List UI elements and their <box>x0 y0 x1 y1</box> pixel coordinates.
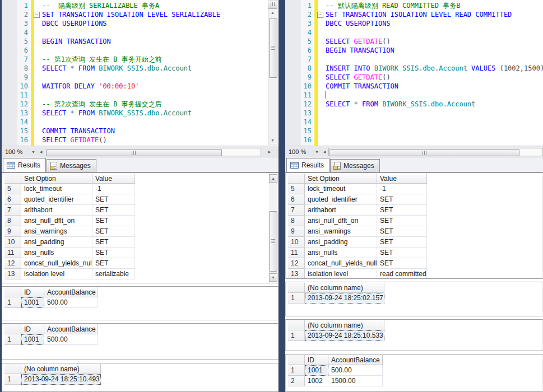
code-line[interactable]: 4 <box>285 28 543 37</box>
grid-corner-cell[interactable] <box>4 324 21 334</box>
code-line[interactable]: 8INSERT INTO BIWORK_SSIS.dbo.Account VAL… <box>285 64 543 73</box>
scroll-up-icon[interactable]: ▲ <box>268 9 277 16</box>
sql-editor-right[interactable]: 1-- 默认隔离级别 READ COMMITTED 事务B2−SET TRANS… <box>285 0 543 146</box>
fold-collapse-icon[interactable]: − <box>34 12 40 18</box>
grid-corner-cell[interactable] <box>4 287 21 297</box>
pane-splitter[interactable] <box>279 0 285 392</box>
grid-cell[interactable]: ansi_padding <box>21 237 92 248</box>
code-line[interactable]: 2−SET TRANSACTION ISOLATION LEVEL SERIAL… <box>2 10 279 19</box>
grid-cell[interactable]: 2013-09-24 18:25:10.533 <box>305 330 384 341</box>
grid-cell[interactable]: quoted_identifier <box>305 194 377 205</box>
column-header[interactable]: AccountBalance <box>328 355 383 365</box>
row-header-cell[interactable]: 1 <box>288 293 305 304</box>
grid-cell[interactable]: -1 <box>377 184 427 194</box>
code-line[interactable]: 12-- 第2次查询 发生在 B 事务提交之后 <box>2 100 279 109</box>
grid-cell[interactable]: read committed <box>377 269 427 279</box>
editor-vertical-scrollbar[interactable]: ▲ ▼ <box>268 0 277 144</box>
scroll-left-icon[interactable]: ◄ <box>39 150 43 155</box>
grid-cell[interactable]: SET <box>377 194 427 205</box>
zoom-dropdown[interactable]: 100 % ▼ <box>287 147 320 157</box>
column-header[interactable]: ID <box>305 355 328 365</box>
code-line[interactable]: 2−SET TRANSACTION ISOLATION LEVEL READ C… <box>285 10 543 19</box>
row-header-cell[interactable]: 12 <box>288 258 305 269</box>
tab-messages[interactable]: Messages <box>47 159 96 172</box>
grid-cell[interactable]: SET <box>92 248 135 258</box>
grid-cell[interactable]: concat_null_yields_null <box>21 258 92 269</box>
horizontal-scroll-thumb[interactable] <box>46 149 222 156</box>
grid-cell[interactable]: SET <box>377 216 427 226</box>
grid-cell[interactable]: ansi_warnings <box>21 226 92 237</box>
grid-cell[interactable]: 1002 <box>305 376 328 386</box>
scroll-up-icon[interactable]: ▲ <box>269 174 277 183</box>
column-header[interactable]: AccountBalance <box>44 287 98 297</box>
column-header[interactable]: ID <box>21 287 44 297</box>
grid-cell[interactable]: serializable <box>92 269 135 279</box>
code-line[interactable]: 5BEGIN TRANSACTION <box>2 37 279 46</box>
vertical-scroll-thumb[interactable] <box>269 211 277 272</box>
code-line[interactable]: 7-- 第1次查询 发生在 B 事务开始之前 <box>2 55 279 64</box>
grid-cell[interactable]: concat_null_yields_null <box>305 258 377 269</box>
grid-corner-cell[interactable] <box>4 174 21 184</box>
grid-cell[interactable]: quoted_identifier <box>21 194 92 205</box>
grid-cell[interactable]: SET <box>377 237 427 248</box>
row-header-cell[interactable]: 9 <box>4 226 21 237</box>
code-line[interactable]: 8SELECT * FROM BIWORK_SSIS.dbo.Account <box>2 64 279 73</box>
grid-cell[interactable]: arithabort <box>21 205 92 216</box>
column-header[interactable]: ID <box>21 324 44 334</box>
code-line[interactable]: 16 <box>285 136 543 144</box>
split-window-handle[interactable] <box>268 1 277 9</box>
row-header-cell[interactable]: 11 <box>4 248 21 258</box>
row-header-cell[interactable]: 8 <box>4 216 21 226</box>
grid-cell[interactable]: SET <box>377 226 427 237</box>
code-line[interactable]: 10COMMIT TRANSACTION <box>285 82 543 91</box>
grid-cell[interactable]: SET <box>92 216 135 226</box>
grid-cell[interactable]: 500.00 <box>44 334 98 345</box>
grid-corner-cell[interactable] <box>288 174 305 184</box>
grid-cell[interactable]: ansi_nulls <box>21 248 92 258</box>
row-header-cell[interactable]: 1 <box>4 334 21 345</box>
grid-cell[interactable]: ansi_padding <box>305 237 377 248</box>
vertical-scroll-thumb[interactable] <box>269 18 277 78</box>
code-line[interactable]: 15COMMIT TRANSACTION <box>2 127 279 136</box>
scroll-right-icon[interactable]: ► <box>267 150 272 155</box>
grid-cell[interactable]: SET <box>377 248 427 258</box>
row-header-cell[interactable]: 2 <box>288 376 305 386</box>
grid-cell[interactable]: 1500.00 <box>328 376 383 386</box>
code-line[interactable]: 7 <box>285 55 543 64</box>
code-line[interactable]: 13 <box>285 109 543 118</box>
column-header[interactable]: (No column name) <box>305 283 384 293</box>
row-header-cell[interactable]: 13 <box>4 269 21 279</box>
code-line[interactable]: 14 <box>285 118 543 127</box>
code-line[interactable]: 5SELECT GETDATE() <box>285 37 543 46</box>
row-header-cell[interactable]: 13 <box>288 269 305 279</box>
grid-cell[interactable]: SET <box>92 194 135 205</box>
row-header-cell[interactable]: 10 <box>288 237 305 248</box>
grid-corner-cell[interactable] <box>288 355 305 365</box>
code-line[interactable]: 6BEGIN TRANSACTION <box>285 46 543 55</box>
tab-results[interactable]: Results <box>286 158 329 172</box>
grid-cell[interactable]: 1001 <box>21 297 44 308</box>
grid-cell[interactable]: 2013-09-24 18:25:02.157 <box>305 293 384 304</box>
grid-cell[interactable]: SET <box>92 205 135 216</box>
grid-cell[interactable]: lock_timeout <box>21 184 92 194</box>
row-header-cell[interactable]: 6 <box>288 194 305 205</box>
scroll-left-icon[interactable]: ◄ <box>322 150 327 155</box>
column-header[interactable]: (No column name) <box>305 320 384 330</box>
row-header-cell[interactable]: 12 <box>4 258 21 269</box>
column-header[interactable]: Set Option <box>305 174 377 184</box>
code-line[interactable]: 3DBCC USEROPTIONS <box>2 19 279 28</box>
code-line[interactable]: 10WAITFOR DELAY '00:00:10' <box>2 82 279 91</box>
horizontal-scroll-thumb[interactable] <box>329 149 519 156</box>
grid-cell[interactable]: 500.00 <box>44 297 98 308</box>
grid-cell[interactable]: isolation level <box>305 269 377 279</box>
grid-cell[interactable]: SET <box>92 226 135 237</box>
code-line[interactable]: 13SELECT * FROM BIWORK_SSIS.dbo.Account <box>2 109 279 118</box>
grid-corner-cell[interactable] <box>288 283 305 293</box>
grid-cell[interactable]: ansi_warnings <box>305 226 377 237</box>
code-line[interactable]: 11 <box>2 91 279 100</box>
row-header-cell[interactable]: 7 <box>288 205 305 216</box>
tab-messages[interactable]: Messages <box>330 159 380 172</box>
row-header-cell[interactable]: 5 <box>4 184 21 194</box>
grid-cell[interactable]: SET <box>92 258 135 269</box>
code-line[interactable]: 11 <box>285 91 543 100</box>
